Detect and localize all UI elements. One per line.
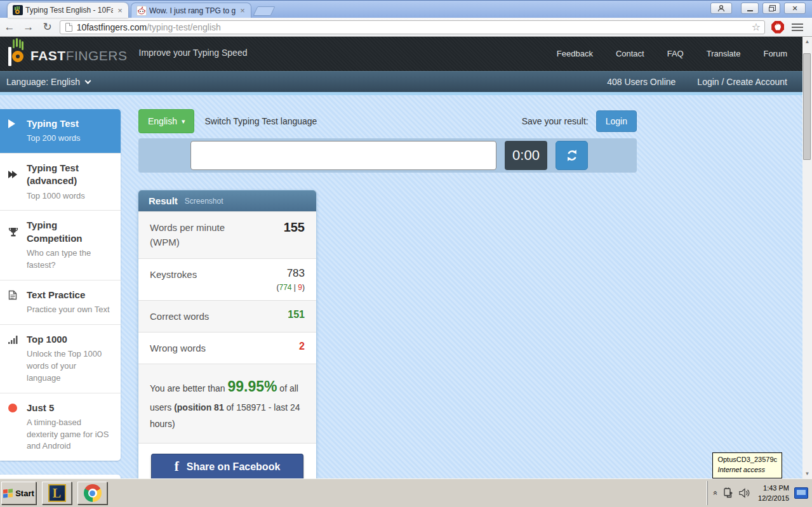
restart-test-button[interactable]	[556, 141, 588, 170]
reddit-favicon-icon	[136, 6, 147, 16]
bar-chart-icon	[8, 335, 21, 344]
scroll-up-icon[interactable]: ▲	[802, 37, 812, 46]
network-plug-icon[interactable]	[722, 487, 734, 499]
nav-feedback[interactable]: Feedback	[557, 49, 593, 58]
url-domain: 10fastfingers.com	[77, 22, 147, 32]
hand-logo-icon	[6, 41, 29, 67]
correct-words-value: 151	[288, 309, 305, 324]
login-button[interactable]: Login	[596, 110, 637, 132]
tab-close-icon[interactable]: ×	[238, 6, 247, 15]
url-text[interactable]: 10fastfingers.com/typing-test/english	[77, 22, 221, 32]
result-row-keystrokes: Keystrokes 783 (774 | 9)	[138, 258, 316, 300]
clock[interactable]: 1:43 PM 12/2/2015	[758, 483, 789, 504]
play-icon	[8, 119, 21, 128]
fast-forward-icon	[8, 171, 21, 178]
clock-date: 12/2/2015	[758, 493, 789, 504]
chevron-down-icon	[85, 78, 91, 84]
keystrokes-detail: (774 | 9)	[276, 283, 305, 292]
header-nav: Feedback Contact FAQ Translate Forum	[557, 49, 787, 60]
tab-reddit[interactable]: Wow. I just rang TPG to get ×	[131, 3, 251, 18]
refresh-icon	[565, 148, 579, 162]
page-viewport: FASTFINGERS Improve your Typing Speed Fe…	[0, 37, 812, 478]
tab-title: Typing Test English - 10FastF	[25, 6, 113, 15]
percentile-value: 99.95%	[227, 378, 277, 395]
typing-input-bar: 0:00	[138, 138, 637, 173]
trophy-icon	[8, 227, 21, 237]
taskbar: Start L » 1:43 PM 12/2/2015	[0, 478, 812, 507]
login-create-account-link[interactable]: Login / Create Account	[697, 77, 787, 87]
save-result-label: Save your result:	[522, 116, 589, 126]
main-area: Typing Test Top 200 words Typing Test (a…	[0, 95, 802, 478]
keystrokes-value: 783	[287, 267, 305, 279]
tab-typing-test[interactable]: Typing Test English - 10FastF ×	[8, 3, 128, 18]
scrollbar-thumb[interactable]	[803, 53, 811, 160]
facebook-icon: f	[175, 459, 179, 475]
minimize-button[interactable]	[741, 3, 759, 14]
hidden-icons-chevron-icon[interactable]: »	[711, 491, 720, 496]
scroll-down-icon[interactable]: ▼	[802, 469, 812, 478]
sidebar-item-text-practice[interactable]: Text Practice Practice your own Text	[0, 280, 121, 324]
clock-time: 1:43 PM	[758, 483, 789, 494]
page-icon	[65, 23, 72, 32]
network-tooltip: OptusCD3_23579c Internet access	[712, 452, 782, 478]
volume-icon[interactable]	[739, 488, 750, 498]
percentile-text: You are better than 99.95% of all users …	[138, 364, 316, 443]
address-bar[interactable]: 10fastfingers.com/typing-test/english ☆	[60, 20, 766, 34]
bookmark-star-icon[interactable]: ☆	[752, 21, 761, 33]
league-of-legends-icon: L	[48, 484, 66, 502]
subheader-bar: Language: English 408 Users Online Login…	[0, 71, 802, 92]
result-screenshot-link[interactable]: Screenshot	[185, 197, 223, 206]
timer-display: 0:00	[505, 141, 547, 170]
nav-contact[interactable]: Contact	[616, 49, 644, 58]
profile-button[interactable]	[710, 3, 732, 14]
site-header: FASTFINGERS Improve your Typing Speed Fe…	[0, 37, 802, 71]
tab-close-icon[interactable]: ×	[116, 6, 124, 15]
result-header: Result Screenshot	[138, 190, 316, 211]
browser-toolbar: ← → ↻ 10fastfingers.com/typing-test/engl…	[0, 18, 812, 37]
sidebar-item-typing-competition[interactable]: Typing Competition Who can type the fast…	[0, 210, 121, 279]
browser-menu-icon[interactable]	[792, 22, 803, 33]
back-button[interactable]: ←	[0, 21, 19, 34]
forward-button[interactable]: →	[19, 21, 38, 34]
restore-button[interactable]	[762, 3, 780, 14]
tenfastfingers-logo[interactable]: FASTFINGERS	[6, 41, 128, 67]
url-path: /typing-test/english	[147, 22, 221, 32]
caret-down-icon: ▾	[182, 117, 185, 126]
language-dropdown-button[interactable]: English▾	[138, 109, 194, 133]
share-facebook-button[interactable]: f Share on Facebook	[151, 454, 303, 478]
switch-language-label: Switch Typing Test language	[204, 116, 317, 126]
tenfastfingers-favicon-icon	[13, 5, 23, 15]
logo-text: FASTFINGERS	[30, 48, 128, 67]
screen: Typing Test English - 10FastF × Wow. I j…	[0, 0, 812, 507]
site-tagline: Improve your Typing Speed	[139, 48, 248, 60]
typing-input[interactable]	[190, 141, 496, 170]
result-row-wrong: Wrong words 2	[138, 332, 316, 364]
network-name: OptusCD3_23579c	[717, 455, 777, 465]
sidebar-item-top-1000[interactable]: Top 1000 Unlock the Top 1000 words of yo…	[0, 324, 121, 393]
start-button[interactable]: Start	[1, 482, 36, 504]
page-scrollbar[interactable]: ▲ ▼	[802, 37, 812, 478]
sidebar-item-typing-test[interactable]: Typing Test Top 200 words	[0, 109, 121, 153]
nav-forum[interactable]: Forum	[763, 49, 787, 58]
result-row-correct: Correct words 151	[138, 300, 316, 332]
browser-titlebar: Typing Test English - 10FastF × Wow. I j…	[0, 0, 812, 18]
sidebar-item-typing-test-advanced[interactable]: Typing Test (advanced) Top 1000 words	[0, 153, 121, 210]
show-desktop-icon[interactable]	[794, 487, 808, 499]
chrome-icon	[84, 484, 102, 502]
users-online-label: 408 Users Online	[607, 77, 676, 87]
language-selector[interactable]: Language: English	[6, 77, 90, 87]
nav-translate[interactable]: Translate	[707, 49, 741, 58]
new-tab-button[interactable]	[253, 6, 276, 16]
result-row-wpm: Words per minute (WPM) 155	[138, 211, 316, 258]
nav-faq[interactable]: FAQ	[667, 49, 684, 58]
network-status: Internet access	[717, 465, 777, 475]
taskbar-app-chrome[interactable]	[77, 482, 107, 504]
close-button[interactable]: ✕	[784, 3, 806, 14]
system-tray: » 1:43 PM 12/2/2015	[707, 481, 811, 505]
wrong-words-value: 2	[299, 341, 305, 355]
window-controls: ✕	[710, 3, 806, 14]
reload-button[interactable]: ↻	[38, 20, 57, 34]
adblock-icon[interactable]	[771, 21, 784, 34]
taskbar-app-league-of-legends[interactable]: L	[42, 482, 72, 504]
sidebar-item-just-5[interactable]: Just 5 A timing-based dexterity game for…	[0, 393, 121, 461]
